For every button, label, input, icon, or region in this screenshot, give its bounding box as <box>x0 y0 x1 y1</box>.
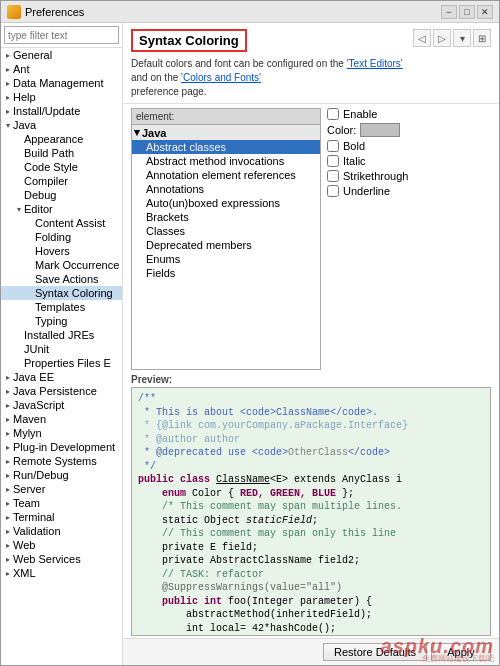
forward-button[interactable]: ▷ <box>433 29 451 47</box>
tree-label-junit: JUnit <box>24 343 49 355</box>
tree-arrow-ant <box>3 64 13 74</box>
apply-button[interactable]: Apply <box>431 643 491 661</box>
sidebar-item-data-mgmt[interactable]: Data Management <box>1 76 122 90</box>
italic-row: Italic <box>327 155 491 167</box>
desc-text3: preference page. <box>131 86 207 97</box>
sidebar-item-templates[interactable]: Templates <box>1 300 122 314</box>
sidebar-item-terminal[interactable]: Terminal <box>1 510 122 524</box>
tree-label-build-path: Build Path <box>24 147 74 159</box>
back-button[interactable]: ◁ <box>413 29 431 47</box>
colors-fonts-link[interactable]: 'Colors and Fonts' <box>181 72 261 83</box>
bold-checkbox[interactable] <box>327 140 339 152</box>
tree-arrow-remote-systems <box>3 456 13 466</box>
tree-arrow-web <box>3 540 13 550</box>
sidebar-item-maven[interactable]: Maven <box>1 412 122 426</box>
tree-label-debug: Debug <box>24 189 56 201</box>
tree-label-team: Team <box>13 497 40 509</box>
strikethrough-checkbox[interactable] <box>327 170 339 182</box>
tree-arrow-server <box>3 484 13 494</box>
sidebar-item-web[interactable]: Web <box>1 538 122 552</box>
element-item-8[interactable]: Enums <box>132 252 320 266</box>
maximize-button[interactable]: □ <box>459 5 475 19</box>
element-item-4[interactable]: Auto(un)boxed expressions <box>132 196 320 210</box>
sidebar-item-general[interactable]: General <box>1 48 122 62</box>
sidebar-item-folding[interactable]: Folding <box>1 230 122 244</box>
sidebar-item-junit[interactable]: JUnit <box>1 342 122 356</box>
sidebar-item-run-debug[interactable]: Run/Debug <box>1 468 122 482</box>
text-editors-link[interactable]: 'Text Editors' <box>347 58 403 69</box>
code-line-13: // TASK: refactor <box>138 568 484 582</box>
code-line-15: public int foo(Integer parameter) { <box>138 595 484 609</box>
filter-input[interactable] <box>4 26 119 44</box>
tree-label-maven: Maven <box>13 413 46 425</box>
sidebar-item-remote-systems[interactable]: Remote Systems <box>1 454 122 468</box>
sidebar-item-xml[interactable]: XML <box>1 566 122 580</box>
sidebar-item-installed-jres[interactable]: Installed JREs <box>1 328 122 342</box>
restore-defaults-button[interactable]: Restore Defaults <box>323 643 427 661</box>
tree-arrow-compiler <box>14 176 24 186</box>
underline-label: Underline <box>343 185 390 197</box>
tree-arrow-general <box>3 50 13 60</box>
sidebar-item-java-ee[interactable]: Java EE <box>1 370 122 384</box>
element-item-9[interactable]: Fields <box>132 266 320 280</box>
sidebar-item-java[interactable]: Java <box>1 118 122 132</box>
sidebar-item-server[interactable]: Server <box>1 482 122 496</box>
sidebar-item-editor[interactable]: Editor <box>1 202 122 216</box>
enable-label: Enable <box>343 108 377 120</box>
tree-arrow-team <box>3 498 13 508</box>
tree-arrow-help <box>3 92 13 102</box>
sidebar-item-team[interactable]: Team <box>1 496 122 510</box>
sidebar-item-appearance[interactable]: Appearance <box>1 132 122 146</box>
sidebar-item-validation[interactable]: Validation <box>1 524 122 538</box>
sidebar-item-debug[interactable]: Debug <box>1 188 122 202</box>
sidebar-item-save-actions[interactable]: Save Actions <box>1 272 122 286</box>
tree-arrow-web-services <box>3 554 13 564</box>
sidebar-item-java-persistence[interactable]: Java Persistence <box>1 384 122 398</box>
underline-checkbox[interactable] <box>327 185 339 197</box>
italic-checkbox[interactable] <box>327 155 339 167</box>
minimize-button[interactable]: − <box>441 5 457 19</box>
grid-button[interactable]: ⊞ <box>473 29 491 47</box>
color-label: Color: <box>327 124 356 136</box>
color-picker[interactable] <box>360 123 400 137</box>
sidebar-item-hovers[interactable]: Hovers <box>1 244 122 258</box>
tree-label-appearance: Appearance <box>24 133 83 145</box>
elements-category-java[interactable]: ▾ Java <box>132 125 320 140</box>
sidebar-item-install-update[interactable]: Install/Update <box>1 104 122 118</box>
element-item-3[interactable]: Annotations <box>132 182 320 196</box>
element-item-7[interactable]: Deprecated members <box>132 238 320 252</box>
sidebar-item-typing[interactable]: Typing <box>1 314 122 328</box>
page-header: Syntax Coloring Default colors and font … <box>123 23 499 104</box>
element-item-1[interactable]: Abstract method invocations <box>132 154 320 168</box>
element-item-6[interactable]: Classes <box>132 224 320 238</box>
sidebar-item-web-services[interactable]: Web Services <box>1 552 122 566</box>
sidebar-item-mylyn[interactable]: Mylyn <box>1 426 122 440</box>
sidebar-item-content-assist[interactable]: Content Assist <box>1 216 122 230</box>
code-line-12: private AbstractClassName field2; <box>138 554 484 568</box>
sidebar-item-ant[interactable]: Ant <box>1 62 122 76</box>
tree-label-data-mgmt: Data Management <box>13 77 104 89</box>
element-item-0[interactable]: Abstract classes <box>132 140 320 154</box>
sidebar-item-plugin-dev[interactable]: Plug-in Development <box>1 440 122 454</box>
enable-checkbox[interactable] <box>327 108 339 120</box>
tree-label-xml: XML <box>13 567 36 579</box>
strikethrough-row: Strikethrough <box>327 170 491 182</box>
element-item-5[interactable]: Brackets <box>132 210 320 224</box>
element-item-2[interactable]: Annotation element references <box>132 168 320 182</box>
sidebar-item-syntax-coloring[interactable]: Syntax Coloring <box>1 286 122 300</box>
sidebar-item-properties-files[interactable]: Properties Files E <box>1 356 122 370</box>
sidebar-item-mark-occurrence[interactable]: Mark Occurrence <box>1 258 122 272</box>
tree-arrow-properties-files <box>14 358 24 368</box>
sidebar-item-build-path[interactable]: Build Path <box>1 146 122 160</box>
sidebar-item-compiler[interactable]: Compiler <box>1 174 122 188</box>
tree-arrow-editor <box>14 204 24 214</box>
sidebar-item-javascript[interactable]: JavaScript <box>1 398 122 412</box>
tree-arrow-java <box>3 120 13 130</box>
code-line-5: */ <box>138 460 484 474</box>
dropdown-button[interactable]: ▾ <box>453 29 471 47</box>
preview-section: Preview: /** * This is about <code>Class… <box>123 374 499 638</box>
sidebar-item-code-style[interactable]: Code Style <box>1 160 122 174</box>
sidebar-item-help[interactable]: Help <box>1 90 122 104</box>
close-button[interactable]: ✕ <box>477 5 493 19</box>
bold-label: Bold <box>343 140 365 152</box>
